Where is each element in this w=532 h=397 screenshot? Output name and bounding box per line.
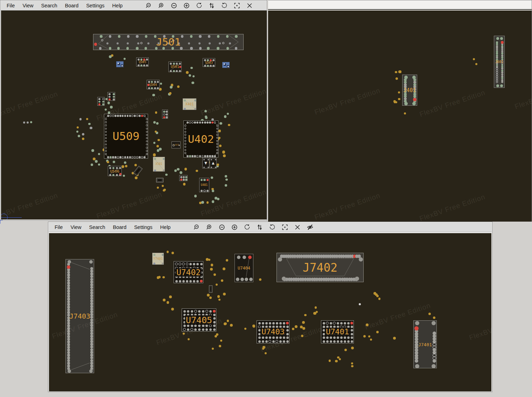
pad [351,333,353,335]
menu-file[interactable]: File [3,1,19,10]
component-u7405[interactable]: U7405 [182,308,216,332]
rotate-cw-icon[interactable] [269,224,276,231]
component-j7403[interactable]: J7403 [65,259,94,373]
center-target-icon[interactable] [281,224,288,231]
component-r2[interactable] [156,178,163,182]
flip-vertical-icon[interactable] [256,224,263,231]
close-icon[interactable] [246,2,253,9]
pad [276,322,278,325]
plus-circle-icon[interactable] [183,2,190,9]
pad [156,145,159,147]
component-t2[interactable] [107,92,115,101]
menu-group: FileViewSearchBoardSettingsHelp [3,1,126,10]
menu-view[interactable]: View [19,1,37,10]
pad [152,94,155,97]
plus-circle-icon[interactable] [231,224,238,231]
pad [166,113,168,116]
component-j401[interactable]: J401 [402,75,417,106]
component-j601[interactable]: J601 [494,36,505,88]
menu-search[interactable]: Search [37,1,61,10]
zoom-out-icon[interactable] [193,224,200,231]
component-j501[interactable]: J501 [93,34,244,50]
pad [159,148,162,151]
pad [220,340,222,342]
component-u509[interactable]: U509 [104,114,148,159]
pcb-view-top-left[interactable]: FlexBV Free EditionFlexBV Free EditionFl… [1,11,267,220]
pad [190,67,193,69]
menu-help[interactable]: Help [156,223,175,232]
component-u504[interactable]: U504 [147,80,160,89]
component-p1[interactable] [116,61,124,67]
component-t4[interactable] [179,175,188,181]
menu-board[interactable]: Board [109,223,131,232]
menu-file[interactable]: File [51,223,66,232]
pad [339,358,341,360]
pad [283,322,285,325]
component-x501[interactable]: X501 [153,157,165,172]
component-d2[interactable]: ▲ [210,158,217,168]
zoom-in-icon[interactable] [206,224,213,231]
component-u501[interactable]: U501 [168,62,182,72]
pad [193,263,195,265]
menu-board[interactable]: Board [61,1,83,10]
component-l403[interactable]: L403 [172,141,181,148]
pad [182,280,185,283]
component-u402[interactable]: U402 [183,120,218,158]
zoom-out-icon[interactable] [145,2,152,9]
menu-view[interactable]: View [66,223,85,232]
pad [496,84,499,87]
component-u7401[interactable]: U7401 [321,320,354,343]
pad [157,187,159,189]
watermark: FlexBV Free Edition [314,191,382,222]
pad [186,71,189,74]
center-target-icon[interactable] [233,2,240,9]
flip-vertical-icon[interactable] [208,2,215,9]
pcb-view-top-right[interactable]: FlexBV Free EditionFlexBV Free EditionFl… [268,11,532,222]
pad [134,164,137,166]
rotate-ccw-icon[interactable] [196,2,203,9]
component-d1[interactable]: ▼ [202,158,209,168]
component-u7404[interactable]: U7404 [234,254,253,282]
pad [329,360,331,362]
pad [91,163,93,166]
origin-tick [0,220,3,224]
component-y7401[interactable]: Y7401 [152,253,164,265]
component-r1[interactable] [133,166,142,176]
rotate-cw-icon[interactable] [221,2,228,9]
component-t1[interactable] [97,97,105,106]
component-p2[interactable] [222,62,230,68]
component-u506[interactable]: U506 [108,166,122,176]
pad [86,118,88,120]
pad [211,176,213,179]
pad [340,322,343,325]
component-sp1[interactable] [209,285,212,293]
component-u505[interactable]: U505 [136,57,149,67]
component-u503[interactable]: U503 [203,58,215,67]
menu-help[interactable]: Help [108,1,127,10]
pad [350,322,353,325]
minus-circle-icon[interactable] [218,224,225,231]
component-j7402[interactable]: J7402 [276,253,364,282]
close-icon[interactable] [294,224,301,231]
component-u7403[interactable]: U7403 [257,320,289,343]
component-u401[interactable]: U401 [199,178,209,192]
pad [218,130,221,132]
zoom-in-icon[interactable] [158,2,165,9]
pcb-view-bottom[interactable]: FlexBV Free EditionFlexBV Free EditionFl… [49,233,491,391]
component-label: U503 [205,61,213,64]
toggle-visibility-icon[interactable] [307,224,314,231]
component-u7402[interactable]: U7402 [174,261,203,283]
pad [286,322,289,325]
pad [333,322,336,325]
component-t3[interactable] [162,110,168,119]
component-x401[interactable]: X401 [183,98,196,110]
minus-circle-icon[interactable] [170,2,177,9]
menu-search[interactable]: Search [85,223,109,232]
rotate-ccw-icon[interactable] [244,224,251,231]
pad [166,116,168,118]
pad [223,154,225,157]
pad [213,328,216,331]
menu-settings[interactable]: Settings [82,1,108,10]
component-j7401[interactable]: J7401 [413,320,437,368]
menu-settings[interactable]: Settings [130,223,156,232]
